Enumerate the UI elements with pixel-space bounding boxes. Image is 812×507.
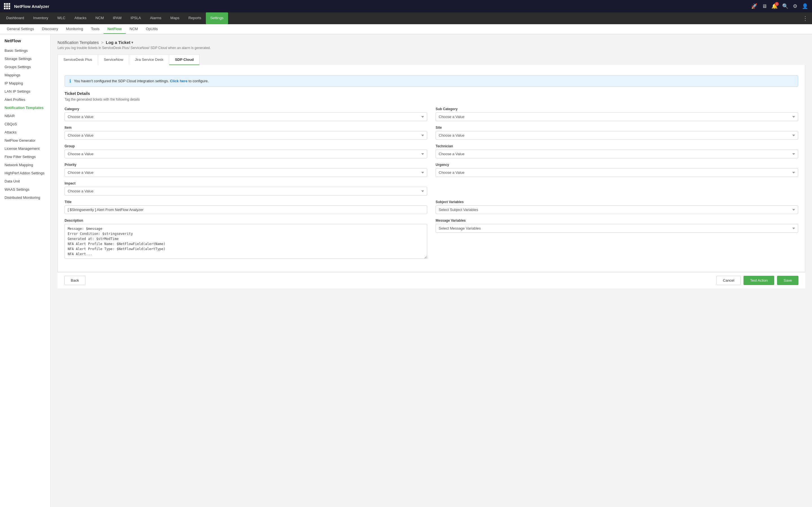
sidebar-item-highperf-addon[interactable]: HighPerf Addon Settings — [0, 169, 50, 177]
form-group-sub-category: Sub Category Choose a Value — [436, 107, 798, 121]
rocket-icon-btn[interactable]: 🚀 — [751, 3, 757, 9]
form-card: ℹ You haven't configured the SDP Cloud i… — [57, 65, 805, 272]
nav-more-icon[interactable]: ⋮ — [800, 12, 810, 24]
sidebar-item-alert-profiles[interactable]: Alert Profiles — [0, 96, 50, 104]
label-description: Description — [64, 219, 427, 223]
action-bar: Back Cancel Test Action Save — [57, 272, 805, 288]
sidebar-item-lan-ip-settings[interactable]: LAN IP Settings — [0, 87, 50, 96]
select-technician[interactable]: Choose a Value — [436, 150, 798, 158]
tab-servicedesk-plus[interactable]: ServiceDesk Plus — [58, 55, 98, 65]
sidebar-item-flow-filter-settings[interactable]: Flow Filter Settings — [0, 153, 50, 161]
label-group: Group — [64, 144, 427, 148]
select-impact[interactable]: Choose a Value — [64, 187, 427, 195]
sidebar-item-attacks[interactable]: Attacks — [0, 128, 50, 136]
user-icon-btn[interactable]: 👤 — [802, 3, 808, 9]
subnav-tools[interactable]: Tools — [87, 24, 103, 34]
label-category: Category — [64, 107, 427, 111]
sidebar-item-cbqos[interactable]: CBQoS — [0, 120, 50, 128]
sidebar-item-distributed-monitoring[interactable]: Distributed Monitoring — [0, 193, 50, 202]
subnav-general-settings[interactable]: General Settings — [3, 24, 38, 34]
nav-dashboard[interactable]: Dashboard — [2, 12, 29, 24]
input-title[interactable] — [64, 205, 427, 214]
main-nav: Dashboard Inventory WLC Attacks NCM IPAM… — [0, 12, 812, 24]
sidebar-item-groups-settings[interactable]: Groups Settings — [0, 63, 50, 71]
form-group-message-variables: Message Variables Select Message Variabl… — [436, 219, 798, 259]
form-group-subject-variables: Subject Variables Select Subject Variabl… — [436, 200, 798, 214]
select-group[interactable]: Choose a Value — [64, 150, 427, 158]
sidebar-item-ip-mapping[interactable]: IP Mapping — [0, 79, 50, 87]
subnav-oputils[interactable]: OpUtils — [142, 24, 162, 34]
nav-maps[interactable]: Maps — [166, 12, 184, 24]
subnav-monitoring[interactable]: Monitoring — [62, 24, 87, 34]
label-impact: Impact — [64, 181, 427, 185]
select-item[interactable]: Choose a Value — [64, 131, 427, 140]
select-category[interactable]: Choose a Value — [64, 112, 427, 121]
form-group-title: Title — [64, 200, 427, 214]
sidebar-item-nbar[interactable]: NBAR — [0, 112, 50, 120]
app-title: NetFlow Analyzer — [14, 4, 49, 9]
subnav-ncm[interactable]: NCM — [126, 24, 142, 34]
nav-ncm[interactable]: NCM — [91, 12, 109, 24]
select-site[interactable]: Choose a Value — [436, 131, 798, 140]
tab-servicenow[interactable]: ServiceNow — [98, 55, 129, 65]
form-group-technician: Technician Choose a Value — [436, 144, 798, 158]
sidebar-item-storage-settings[interactable]: Storage Settings — [0, 55, 50, 63]
breadcrumb-arrow[interactable]: ▾ — [132, 41, 133, 45]
nav-attacks[interactable]: Attacks — [70, 12, 91, 24]
form-group-group: Group Choose a Value — [64, 144, 427, 158]
tab-sdp-cloud[interactable]: SDP Cloud — [169, 55, 199, 65]
breadcrumb-parent[interactable]: Notification Templates — [57, 40, 99, 45]
label-urgency: Urgency — [436, 163, 798, 167]
nav-ipsla[interactable]: IPSLA — [126, 12, 146, 24]
section-subtitle: Tag the generated tickets with the follo… — [64, 98, 798, 101]
subnav-discovery[interactable]: Discovery — [38, 24, 62, 34]
label-technician: Technician — [436, 144, 798, 148]
content-area: Notification Templates > Log a Ticket ▾ … — [51, 34, 812, 507]
select-priority[interactable]: Choose a Value — [64, 168, 427, 177]
sidebar-item-netflow-generator[interactable]: NetFlow Generator — [0, 136, 50, 145]
main-layout: NetFlow Basic Settings Storage Settings … — [0, 34, 812, 507]
form-group-site: Site Choose a Value — [436, 126, 798, 140]
sidebar-item-notification-templates[interactable]: Notification Templates — [0, 104, 50, 112]
gear-icon-btn[interactable]: ⚙ — [793, 3, 797, 9]
label-message-variables: Message Variables — [436, 219, 798, 223]
nav-reports[interactable]: Reports — [184, 12, 206, 24]
select-sub-category[interactable]: Choose a Value — [436, 112, 798, 121]
form-group-urgency: Urgency Choose a Value — [436, 163, 798, 177]
select-subject-variables[interactable]: Select Subject Variables — [436, 205, 798, 214]
sidebar-item-data-unit[interactable]: Data Unit — [0, 177, 50, 185]
sidebar-item-license-management[interactable]: License Management — [0, 145, 50, 153]
nav-inventory[interactable]: Inventory — [29, 12, 53, 24]
nav-wlc[interactable]: WLC — [53, 12, 70, 24]
textarea-description[interactable]: Message: $message Error Condition: $stri… — [64, 224, 427, 259]
sidebar-item-waas-settings[interactable]: WAAS Settings — [0, 185, 50, 193]
subnav-netflow[interactable]: NetFlow — [103, 24, 126, 34]
form-row-5: Impact Choose a Value — [64, 181, 798, 195]
page-subtitle: Lets you log trouble tickets in ServiceD… — [57, 46, 805, 50]
monitor-icon-btn[interactable]: 🖥 — [762, 3, 767, 9]
breadcrumb-current: Log a Ticket ▾ — [106, 40, 133, 45]
sidebar-item-mappings[interactable]: Mappings — [0, 71, 50, 79]
sidebar-item-network-mapping[interactable]: Network Mapping — [0, 161, 50, 169]
sidebar: NetFlow Basic Settings Storage Settings … — [0, 34, 51, 507]
bell-icon-btn[interactable]: 🔔 3 — [771, 3, 777, 9]
label-sub-category: Sub Category — [436, 107, 798, 111]
back-button[interactable]: Back — [64, 276, 86, 285]
select-message-variables[interactable]: Select Message Variables — [436, 224, 798, 233]
sidebar-item-basic-settings[interactable]: Basic Settings — [0, 47, 50, 55]
label-title: Title — [64, 200, 427, 204]
nav-ipam[interactable]: IPAM — [108, 12, 126, 24]
nav-alarms[interactable]: Alarms — [146, 12, 166, 24]
save-button[interactable]: Save — [777, 276, 799, 285]
cancel-button[interactable]: Cancel — [716, 276, 741, 285]
form-row-4: Priority Choose a Value Urgency Choose a… — [64, 163, 798, 177]
test-action-button[interactable]: Test Action — [744, 276, 774, 285]
form-group-impact: Impact Choose a Value — [64, 181, 427, 195]
nav-settings[interactable]: Settings — [206, 12, 228, 24]
info-banner-link[interactable]: Click here — [170, 79, 188, 83]
notification-badge: 3 — [775, 2, 779, 6]
search-icon-btn[interactable]: 🔍 — [782, 3, 788, 9]
select-urgency[interactable]: Choose a Value — [436, 168, 798, 177]
tab-jira-service-desk[interactable]: Jira Service Desk — [129, 55, 169, 65]
form-group-description: Description Message: $message Error Cond… — [64, 219, 427, 259]
